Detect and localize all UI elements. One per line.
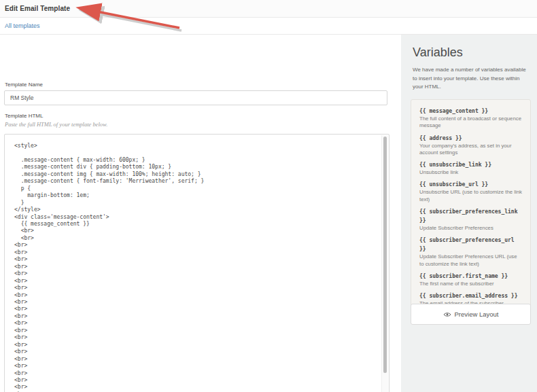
- template-name-input[interactable]: [4, 90, 387, 105]
- variable-item: {{ message_content }} The full content o…: [419, 107, 522, 130]
- variable-item: {{ unsubscribe_url }} Unsubscribe URL (u…: [419, 180, 522, 203]
- variable-name: {{ message_content }}: [419, 107, 522, 115]
- variables-panel: Variables We have made a number of varia…: [401, 35, 537, 392]
- variable-name: {{ unsubscribe_link }}: [419, 160, 522, 169]
- variable-description: Your company's address, as set in your a…: [419, 143, 522, 157]
- template-name-label: Template Name: [5, 82, 43, 88]
- variables-title: Variables: [413, 46, 463, 60]
- preview-layout-label: Preview Layout: [455, 310, 499, 318]
- variable-item: {{ unsubscribe_link }} Unsubscribe link: [419, 160, 522, 176]
- template-html-label: Template HTML: [5, 113, 43, 119]
- variable-name: {{ subscriber.email_address }}: [419, 291, 522, 300]
- variable-description: Update Subscriber Preferences URL (use t…: [419, 253, 522, 268]
- variable-name: {{ address }}: [419, 134, 522, 143]
- page-header: Edit Email Template: [0, 0, 537, 18]
- variable-description: Update Subscriber Preferences: [419, 225, 522, 232]
- variable-description: Unsubscribe URL (use to customize the li…: [419, 189, 522, 203]
- variable-item: {{ subscriber.first_name }} The first na…: [419, 272, 522, 287]
- template-form: Template Name Template HTML Paste the fu…: [0, 35, 394, 392]
- variable-item: {{ subscriber_preferences_link }} Update…: [419, 207, 522, 232]
- page-title: Edit Email Template: [5, 0, 70, 18]
- variable-name: {{ subscriber_preferences_url }}: [419, 236, 522, 253]
- breadcrumb: All templates: [0, 18, 537, 35]
- variable-item: {{ subscriber_preferences_url }} Update …: [419, 236, 522, 268]
- preview-layout-button[interactable]: Preview Layout: [411, 304, 531, 325]
- variable-description: The full content of a broadcast or seque…: [419, 115, 522, 130]
- variable-name: {{ unsubscribe_url }}: [419, 180, 522, 189]
- editor-scrollbar[interactable]: [381, 135, 388, 392]
- variable-item: {{ address }} Your company's address, as…: [419, 134, 522, 157]
- editor-scrollbar-thumb[interactable]: [383, 137, 387, 373]
- variable-description: Unsubscribe link: [419, 169, 522, 176]
- template-html-hint: Paste the full HTML of your template bel…: [5, 121, 107, 128]
- variable-description: The first name of the subscriber: [419, 281, 522, 287]
- all-templates-link[interactable]: All templates: [5, 18, 40, 35]
- variable-name: {{ subscriber.first_name }}: [419, 272, 522, 281]
- eye-icon: [443, 312, 451, 317]
- template-html-editor[interactable]: <style> .message-content { max-width: 60…: [4, 134, 389, 392]
- template-html-code: <style> .message-content { max-width: 60…: [5, 135, 389, 392]
- edit-email-template-page: Edit Email Template All templates Templa…: [0, 0, 537, 392]
- variable-name: {{ subscriber_preferences_link }}: [419, 207, 522, 225]
- variables-list: {{ message_content }} The full content o…: [411, 99, 531, 317]
- variables-description: We have made a number of variables avail…: [413, 66, 527, 92]
